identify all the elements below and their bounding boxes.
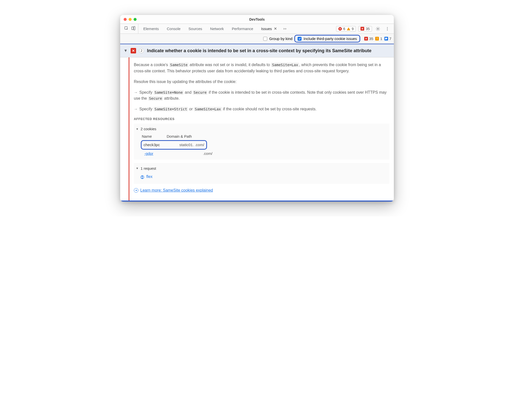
- more-tabs-icon[interactable]: [281, 27, 288, 30]
- svg-point-4: [387, 27, 388, 28]
- error-icon: [338, 27, 342, 31]
- traffic-lights: [124, 15, 137, 24]
- tab-network[interactable]: Network: [207, 24, 227, 34]
- issue-title: Indicate whether a cookie is intended to…: [147, 48, 390, 54]
- requests-toggle[interactable]: ▼ 1 request: [134, 165, 389, 172]
- arrow-right-icon: [134, 188, 138, 193]
- chevron-down-icon: ▼: [136, 127, 139, 131]
- close-window-icon[interactable]: [124, 18, 127, 21]
- tab-elements[interactable]: Elements: [140, 24, 162, 34]
- cookies-toggle[interactable]: ▼ 2 cookies: [134, 125, 389, 133]
- third-party-label: Include third-party cookie issues: [304, 37, 357, 41]
- breaking-icon: [360, 27, 364, 31]
- issue-description: Because a cookie's SameSite attribute wa…: [134, 62, 389, 74]
- breaking-icon: [364, 37, 368, 41]
- chat-icon: [384, 37, 388, 41]
- svg-point-3: [377, 28, 379, 29]
- devtools-window: DevTools Elements Console Sources Networ…: [120, 15, 394, 202]
- tab-console[interactable]: Console: [163, 24, 184, 34]
- breaking-count: 35: [366, 27, 370, 31]
- table-header: Name Domain & Path: [141, 133, 389, 140]
- issue-header[interactable]: ▼ 2 Indicate whether a cookie is intende…: [120, 44, 394, 57]
- learn-more-link[interactable]: Learn more: SameSite cookies explained: [140, 187, 213, 194]
- tab-issues[interactable]: Issues: [258, 24, 280, 34]
- issue-bullet-1: →Specify SameSite=None and Secure if the…: [134, 89, 389, 102]
- group-by-kind-checkbox[interactable]: Group by kind: [263, 37, 292, 41]
- warning-icon: [347, 27, 350, 30]
- warning-icon: !: [375, 37, 379, 41]
- tabs: Elements Console Sources Network Perform…: [140, 24, 335, 34]
- checkbox-icon: [263, 37, 267, 41]
- zoom-window-icon[interactable]: [134, 18, 137, 21]
- minimize-window-icon[interactable]: [129, 18, 132, 21]
- issue-resolve-intro: Resolve this issue by updating the attri…: [134, 79, 389, 85]
- toolbar-status: 35 ! 1 7: [364, 37, 391, 41]
- affected-requests: ▼ 1 request flex: [134, 163, 389, 184]
- tabbar: Elements Console Sources Network Perform…: [120, 24, 394, 34]
- issue-count: 2: [139, 48, 144, 53]
- affected-header: AFFECTED RESOURCES: [134, 117, 389, 122]
- issue-bullet-2: →Specify SameSite=Strict or SameSite=Lax…: [134, 106, 389, 112]
- settings-icon[interactable]: [374, 25, 381, 32]
- svg-point-5: [387, 28, 388, 29]
- svg-point-6: [387, 30, 388, 30]
- issues-toolbar: Group by kind Include third-party cookie…: [120, 34, 394, 44]
- tab-sources[interactable]: Sources: [185, 24, 206, 34]
- table-row[interactable]: -gdpr .com/: [143, 150, 389, 157]
- device-icon[interactable]: [131, 26, 136, 32]
- request-row[interactable]: flex: [139, 172, 389, 181]
- group-by-kind-label: Group by kind: [269, 37, 292, 41]
- learn-more[interactable]: Learn more: SameSite cookies explained: [134, 187, 389, 194]
- warning-count: 9: [352, 27, 354, 31]
- inspect-icon[interactable]: [124, 26, 129, 32]
- svg-rect-1: [132, 27, 133, 30]
- window-title: DevTools: [249, 17, 265, 21]
- svg-rect-2: [134, 26, 135, 30]
- affected-cookies: ▼ 2 cookies Name Domain & Path check3pc …: [134, 124, 389, 160]
- chevron-down-icon: ▼: [136, 166, 139, 170]
- expand-icon[interactable]: ▼: [124, 48, 128, 53]
- third-party-checkbox[interactable]: Include third-party cookie issues: [294, 35, 360, 42]
- error-count: 6: [343, 27, 345, 31]
- more-menu-icon[interactable]: [384, 25, 391, 32]
- highlight-bar: [120, 201, 394, 202]
- tab-performance[interactable]: Performance: [228, 24, 257, 34]
- breaking-issue-icon: [131, 48, 136, 53]
- issue-body: Because a cookie's SameSite attribute wa…: [120, 57, 394, 201]
- network-icon: [140, 175, 144, 179]
- console-status-pill[interactable]: 6 9: [336, 26, 356, 32]
- titlebar: DevTools: [120, 15, 394, 24]
- close-tab-icon[interactable]: [274, 27, 277, 31]
- issues-status-pill[interactable]: 35: [358, 26, 372, 32]
- checkbox-checked-icon: [298, 37, 302, 41]
- table-row[interactable]: check3pc static01. .com/: [141, 140, 207, 150]
